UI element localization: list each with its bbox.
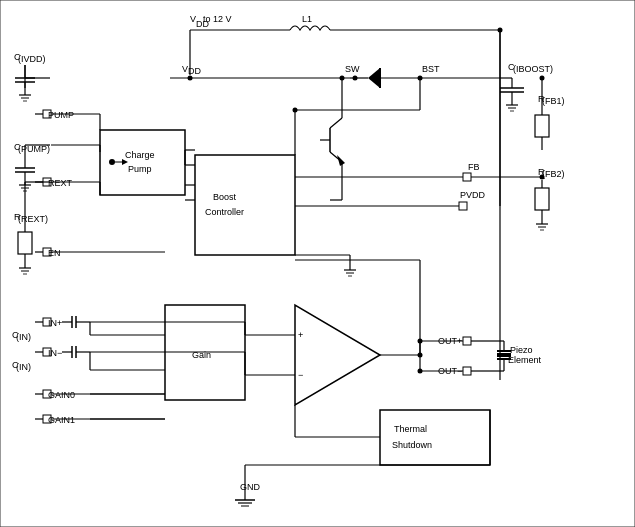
junction-top-right	[540, 76, 545, 81]
svg-text:(IBOOST): (IBOOST)	[513, 64, 553, 74]
junction-vdd	[188, 76, 193, 81]
pump-label: PUMP	[48, 110, 74, 120]
gain0-label: GAIN0	[48, 390, 75, 400]
svg-text:(IN): (IN)	[16, 362, 31, 372]
in-pos-label: IN+	[48, 318, 62, 328]
thermal-label2: Shutdown	[392, 440, 432, 450]
gnd-main-label: GND	[240, 482, 261, 492]
sw-label: SW	[345, 64, 360, 74]
opamp-minus-sign: −	[298, 370, 303, 380]
in-neg-label: IN−	[48, 348, 62, 358]
bst-label: BST	[422, 64, 440, 74]
en-label: EN	[48, 248, 61, 258]
rext-label: REXT	[48, 178, 73, 188]
svg-text:(FB2): (FB2)	[542, 169, 565, 179]
piezo-label2: Element	[508, 355, 542, 365]
svg-text:DD: DD	[188, 66, 201, 76]
thermal-label1: Thermal	[394, 424, 427, 434]
gain1-label: GAIN1	[48, 415, 75, 425]
schematic-svg: V DD to 12 V L1 V DD C (IVDD) PUMP C (PU…	[0, 0, 635, 527]
boost-label2: Controller	[205, 207, 244, 217]
junction-top-right-rail	[498, 28, 503, 33]
pvdd-label: PVDD	[460, 190, 486, 200]
svg-text:(IVDD): (IVDD)	[18, 54, 46, 64]
charge-pump-label1: Charge	[125, 150, 155, 160]
charge-pump-label2: Pump	[128, 164, 152, 174]
schematic-container: V DD to 12 V L1 V DD C (IVDD) PUMP C (PU…	[0, 0, 635, 527]
junction-fb-rfb	[540, 175, 545, 180]
boost-label1: Boost	[213, 192, 237, 202]
junction-transistor-sw	[340, 76, 345, 81]
piezo-body	[497, 353, 511, 357]
charge-pump-bullet	[109, 159, 115, 165]
l1-label: L1	[302, 14, 312, 24]
svg-text:(FB1): (FB1)	[542, 96, 565, 106]
piezo-label1: Piezo	[510, 345, 533, 355]
svg-text:to 12 V: to 12 V	[203, 14, 232, 24]
svg-text:(IN): (IN)	[16, 332, 31, 342]
fb-label: FB	[468, 162, 480, 172]
opamp-plus-sign: +	[298, 330, 303, 340]
svg-text:(REXT): (REXT)	[18, 214, 48, 224]
